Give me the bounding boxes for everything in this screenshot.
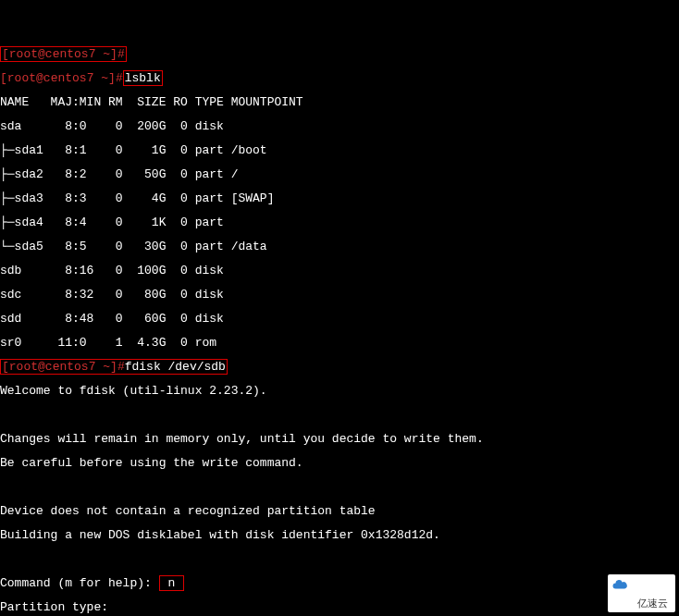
fdisk-cmd-n[interactable]: Command (m for help): n [0, 577, 679, 589]
blank [0, 553, 679, 565]
watermark-text: 亿速云 [637, 598, 668, 609]
lsblk-header: NAME MAJ:MIN RM SIZE RO TYPE MOUNTPOINT [0, 96, 679, 108]
fdisk-newlabel: Building a new DOS disklabel with disk i… [0, 529, 679, 541]
cmd-lsblk: lsblk [123, 70, 163, 86]
lsblk-row-sda2: ├─sda2 8:2 0 50G 0 part / [0, 168, 679, 180]
input-n: n [159, 575, 184, 591]
blank [0, 481, 679, 493]
fdisk-mem-warn2: Be careful before using the write comman… [0, 457, 679, 469]
prompt-dir: ~ [103, 47, 110, 61]
prompt-userhost: root [9, 47, 38, 61]
lsblk-row-sda3: ├─sda3 8:3 0 4G 0 part [SWAP] [0, 192, 679, 204]
lsblk-row-sda: sda 8:0 0 200G 0 disk [0, 120, 679, 132]
prompt-line-1[interactable]: [root@centos7 ~]# [0, 48, 679, 60]
fdisk-welcome: Welcome to fdisk (util-linux 2.23.2). [0, 385, 679, 397]
prompt-sym: # [117, 47, 125, 61]
cmd-fdisk: fdisk /dev/sdb [125, 360, 226, 374]
cloud-icon [611, 576, 628, 593]
lsblk-row-sda4: ├─sda4 8:4 0 1K 0 part [0, 216, 679, 228]
fdisk-notable: Device does not contain a recognized par… [0, 505, 679, 517]
fdisk-mem-warn1: Changes will remain in memory only, unti… [0, 433, 679, 445]
lsblk-row-sr0: sr0 11:0 1 4.3G 0 rom [0, 337, 679, 349]
watermark: 亿速云 [608, 574, 675, 612]
prompt-line-3[interactable]: [root@centos7 ~]#fdisk /dev/sdb [0, 361, 679, 373]
lsblk-row-sdc: sdc 8:32 0 80G 0 disk [0, 289, 679, 301]
blank [0, 409, 679, 421]
cmd-prompt: Command (m for help): [0, 576, 159, 590]
lsblk-row-sda1: ├─sda1 8:1 0 1G 0 part /boot [0, 144, 679, 156]
prompt-line-2[interactable]: [root@centos7 ~]#lsblk [0, 72, 679, 84]
lsblk-row-sdb: sdb 8:16 0 100G 0 disk [0, 265, 679, 277]
prompt-bracket-open: [ [2, 47, 9, 61]
lsblk-row-sdd: sdd 8:48 0 60G 0 disk [0, 313, 679, 325]
parttype-hdr: Partition type: [0, 601, 679, 613]
prompt-host: centos7 [45, 47, 96, 61]
lsblk-row-sda5: └─sda5 8:5 0 30G 0 part /data [0, 240, 679, 253]
